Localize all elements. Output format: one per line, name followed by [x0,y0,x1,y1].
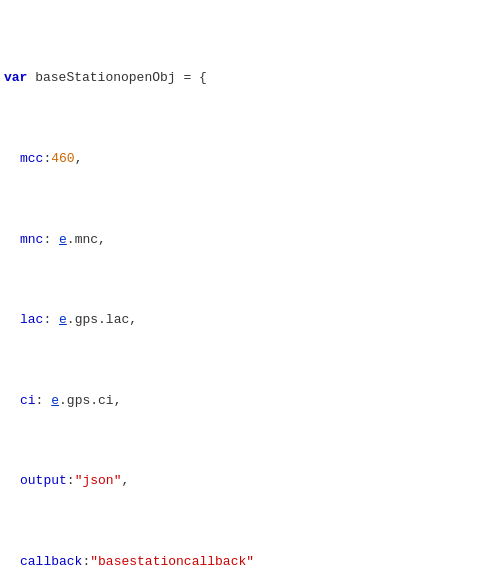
code-line-4: lac: e.gps.lac, [0,310,500,330]
code-editor: var baseStationopenObj = { mcc:460, mnc:… [0,0,500,582]
code-line-7: callback:"basestationcallback" [0,552,500,572]
code-line-3: mnc: e.mnc, [0,230,500,250]
code-line-5: ci: e.gps.ci, [0,391,500,411]
code-line-2: mcc:460, [0,149,500,169]
code-line-6: output:"json", [0,471,500,491]
code-line-1: var baseStationopenObj = { [0,68,500,88]
